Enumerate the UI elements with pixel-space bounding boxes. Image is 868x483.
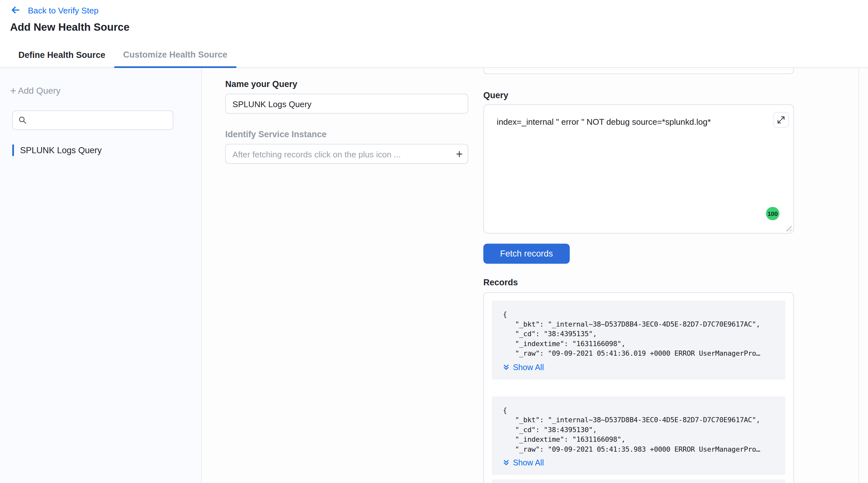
expand-query-button[interactable] [773, 112, 789, 128]
back-link[interactable]: Back to Verify Step [10, 4, 868, 16]
page-header: Back to Verify Step Add New Health Sourc… [0, 0, 868, 34]
tab-define-health-source[interactable]: Define Health Source [9, 43, 115, 67]
service-instance-field: + [225, 144, 468, 164]
content-area: + Add Query SPLUNK Logs Query Name your … [0, 68, 868, 483]
selected-query-indicator [12, 144, 14, 156]
record-json: { "_bkt": "_internal~38~D537D8B4-3EC0-4D… [503, 405, 774, 454]
query-sidebar: + Add Query SPLUNK Logs Query [0, 68, 202, 483]
query-search-box [12, 110, 173, 130]
service-instance-label: Identify Service Instance [225, 129, 483, 139]
show-all-label: Show All [513, 363, 544, 372]
record-item: { "_bkt": "_internal~38~D537D8B4-3EC0-4D… [492, 396, 785, 475]
add-service-instance-icon[interactable]: + [456, 148, 462, 160]
records-count-badge: 100 [766, 207, 779, 220]
record-item-clipped [492, 480, 785, 483]
query-label: Query [483, 90, 794, 100]
double-chevron-down-icon [503, 459, 509, 466]
add-query-label: Add Query [18, 86, 60, 96]
name-query-label: Name your Query [225, 79, 483, 89]
page-title: Add New Health Source [10, 21, 868, 33]
query-text: index=_internal " error " NOT debug sour… [497, 117, 711, 127]
tab-bar: Define Health Source Customize Health So… [0, 43, 868, 68]
query-form-column: Name your Query Identify Service Instanc… [202, 68, 483, 483]
query-item-label: SPLUNK Logs Query [20, 145, 102, 155]
query-name-input[interactable] [225, 94, 468, 114]
back-arrow-icon [10, 4, 21, 16]
show-all-link[interactable]: Show All [503, 363, 544, 372]
search-icon [19, 116, 27, 124]
app-root: Back to Verify Step Add New Health Sourc… [0, 0, 868, 483]
query-textarea[interactable]: index=_internal " error " NOT debug sour… [483, 104, 794, 234]
back-link-label: Back to Verify Step [28, 5, 98, 15]
clipped-field-above[interactable] [483, 68, 794, 74]
add-query-button[interactable]: + Add Query [10, 86, 189, 96]
search-input[interactable] [31, 116, 167, 125]
resize-grip-icon[interactable] [785, 225, 792, 231]
plus-icon: + [10, 85, 16, 96]
record-item: { "_bkt": "_internal~38~D537D8B4-3EC0-4D… [492, 301, 785, 380]
service-instance-input[interactable] [225, 144, 468, 164]
double-chevron-down-icon [503, 364, 509, 370]
fetch-records-button[interactable]: Fetch records [483, 244, 569, 264]
query-panel-column: Query index=_internal " error " NOT debu… [483, 68, 794, 483]
show-all-link[interactable]: Show All [503, 458, 544, 467]
show-all-label: Show All [513, 458, 544, 467]
right-gutter [794, 68, 868, 483]
records-label: Records [483, 278, 794, 288]
sidebar-item-splunk-logs-query[interactable]: SPLUNK Logs Query [12, 144, 189, 156]
record-json: { "_bkt": "_internal~38~D537D8B4-3EC0-4D… [503, 309, 774, 358]
expand-icon [777, 116, 785, 124]
tab-customize-health-source[interactable]: Customize Health Source [114, 43, 236, 68]
records-panel: { "_bkt": "_internal~38~D537D8B4-3EC0-4D… [483, 292, 794, 483]
